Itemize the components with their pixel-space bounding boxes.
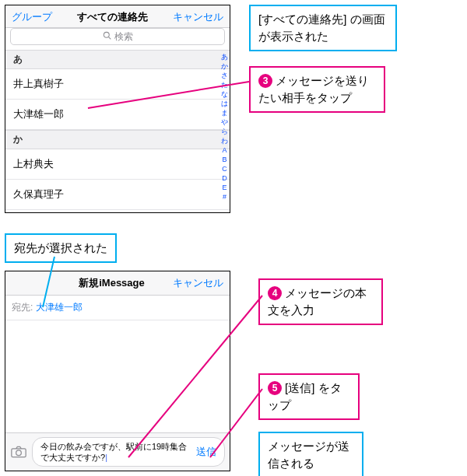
callout-tap-send: 5[送信] をタップ (258, 373, 360, 420)
contacts-title: すべての連絡先 (77, 10, 148, 24)
callout-enter-body: 4メッセージの本文を入力 (258, 278, 383, 325)
svg-line-1 (108, 37, 111, 40)
message-screen: 新規iMessage キャンセル 宛先: 大津雄一郎 今日の飲み会ですが、駅前に… (5, 271, 230, 471)
step-badge-4: 4 (268, 286, 282, 300)
callout-message-sent: メッセージが送信される (258, 432, 363, 476)
message-text-input[interactable]: 今日の飲み会ですが、駅前に19時集合で大丈夫ですか? 送信 (32, 437, 225, 467)
contact-row[interactable]: 井上真樹子 (5, 69, 230, 100)
svg-point-0 (104, 32, 109, 37)
section-header-ka: か (5, 130, 230, 149)
draft-text: 今日の飲み会ですが、駅前に19時集合で大丈夫ですか? (40, 441, 190, 463)
cancel-button[interactable]: キャンセル (173, 276, 223, 290)
contacts-index[interactable]: あか さた なは まや らわ AB CD E# (221, 52, 228, 201)
contacts-nav: グループ すべての連絡先 キャンセル (5, 5, 230, 28)
contact-row[interactable]: 大津雄一郎 (5, 100, 230, 130)
message-body[interactable] (5, 320, 230, 445)
search-icon (103, 31, 111, 42)
recipient-label: 宛先: (12, 302, 33, 313)
message-nav: 新規iMessage キャンセル (5, 271, 230, 296)
search-input[interactable]: 検索 (10, 28, 225, 45)
section-header-a: あ (5, 50, 230, 69)
step-badge-3: 3 (258, 74, 272, 88)
contact-row[interactable]: 上村典夫 (5, 149, 230, 180)
callout-tap-recipient: 3メッセージを送りたい相手をタップ (249, 66, 385, 113)
camera-icon[interactable] (10, 445, 27, 459)
groups-button[interactable]: グループ (12, 10, 52, 24)
message-input-bar: 今日の飲み会ですが、駅前に19時集合で大丈夫ですか? 送信 (5, 432, 230, 471)
recipient-name: 大津雄一郎 (36, 302, 83, 313)
contacts-screen: グループ すべての連絡先 キャンセル 検索 あ 井上真樹子 大津雄一郎 か 上村… (5, 5, 230, 213)
message-title: 新規iMessage (51, 276, 173, 290)
search-placeholder: 検索 (114, 30, 133, 44)
cancel-button[interactable]: キャンセル (173, 10, 223, 24)
send-button[interactable]: 送信 (196, 446, 216, 457)
step-badge-5: 5 (268, 381, 282, 395)
callout-contacts-shown: [すべての連絡先] の画面が表示された (249, 5, 397, 51)
callout-recipient-selected: 宛先が選択された (5, 233, 117, 263)
contact-row[interactable]: 久保真理子 (5, 180, 230, 210)
recipient-field[interactable]: 宛先: 大津雄一郎 (5, 296, 230, 320)
svg-point-3 (16, 450, 22, 456)
